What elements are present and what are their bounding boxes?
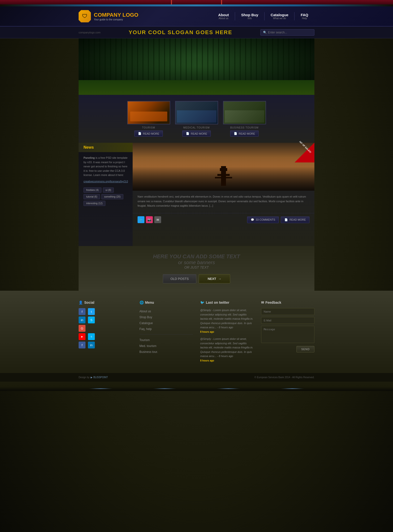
footer-feedback-title: ✉ Feedback	[261, 301, 315, 304]
sidebar-content: Paneling is a free PSD site template by …	[79, 152, 133, 210]
footer-feedback-col: ✉ Feedback SEND	[261, 301, 315, 366]
search-input[interactable]	[268, 31, 312, 34]
hero-wrap	[79, 38, 314, 95]
hero-forest	[79, 38, 314, 95]
post-text: Nam vestibulum hendrerit orci, sed phare…	[138, 194, 309, 208]
footer-google-icon[interactable]: G	[79, 325, 85, 332]
nav-about[interactable]: About About us	[212, 11, 235, 22]
thumb-label-tourism: TOURISM	[127, 126, 170, 129]
feedback-name-input[interactable]	[261, 308, 315, 315]
next-button[interactable]: NEXT →	[199, 274, 230, 283]
footer-bottom-inner: Design by ▶ BLISSPOINT © European Servic…	[79, 376, 314, 379]
email-share-icon[interactable]: ✉	[154, 216, 161, 223]
sidebar: News Paneling is a free PSD site templat…	[79, 143, 133, 246]
comments-button[interactable]: 💬 33 COMMENTS	[247, 216, 279, 223]
tweet-2: @Simply - Lorem ipsum dolor sit amet, co…	[200, 337, 254, 362]
bottom-bar-glow-4	[280, 388, 305, 389]
read-more-icon-tourism: 📄	[138, 132, 141, 135]
read-more-icon-business: 📄	[234, 132, 237, 135]
nav-shopbuy[interactable]: Shop Buy Info	[235, 11, 265, 22]
nav-faq[interactable]: FAQ Help	[295, 11, 314, 22]
tweet-1: @Simply - Lorem ipsum dolor sit amet, co…	[200, 308, 254, 333]
sidebar-tags: freebies (4) ui (8) tutorial (6) somethi…	[84, 187, 128, 206]
post-content: Nam vestibulum hendrerit orci, sed phare…	[133, 191, 314, 212]
footer-youtube-icon[interactable]: ▶	[79, 333, 85, 340]
footer-bottom: Design by ▶ BLISSPOINT © European Servic…	[0, 373, 393, 382]
footer-bottom-left: Design by ▶ BLISSPOINT	[79, 376, 108, 379]
footer-linkedin2-icon[interactable]: in	[88, 342, 95, 348]
tag-ui[interactable]: ui (8)	[103, 187, 114, 193]
thumb-business: BUSINESS TOURISM 📄 READ MORE	[223, 101, 266, 137]
top-bar-line	[171, 0, 172, 4]
feedback-message-input[interactable]	[261, 326, 315, 343]
feedback-email-input[interactable]	[261, 317, 315, 324]
globe-icon: 🌐	[140, 301, 144, 304]
top-bar	[0, 0, 393, 4]
pagination-area: HERE YOU CAN ADD SOME TEXT or some banne…	[79, 246, 314, 291]
footer-skype2-icon[interactable]: S	[88, 333, 95, 340]
footer-menu-col: 🌐 Menu About us Shop Buy Catalogue Faq, …	[140, 301, 193, 366]
tag-freebies[interactable]: freebies (4)	[84, 187, 101, 193]
tag-tutorial[interactable]: tutorial (6)	[84, 194, 100, 199]
old-posts-button[interactable]: OLD POSTS	[163, 274, 196, 283]
top-bar-line	[221, 0, 222, 4]
search-bar[interactable]: 🔍	[260, 29, 314, 36]
footer-facebook2-icon[interactable]: f	[79, 342, 85, 348]
sidebar-news-title: News	[79, 143, 133, 152]
read-more-business[interactable]: 📄 READ MORE	[230, 130, 259, 137]
menu-item-faq[interactable]: Faq, help	[140, 326, 193, 332]
thumb-tourism: TOURISM 📄 READ MORE	[127, 101, 170, 137]
menu-item-business-tour[interactable]: Business tour.	[140, 349, 193, 355]
footer-empty-icon	[88, 325, 95, 332]
footer-skype-icon[interactable]: S	[88, 316, 95, 323]
menu-item-about[interactable]: About us	[140, 308, 193, 314]
footer-menu-title: 🌐 Menu	[140, 301, 193, 304]
footer: 👤 Social f t in S G ▶ S f in 🌐 Menu	[0, 291, 393, 387]
blue-glow-strip	[0, 4, 393, 6]
read-more-medical[interactable]: 📄 READ MORE	[182, 130, 211, 137]
add-text-section: HERE YOU CAN ADD SOME TEXT or some banne…	[84, 253, 309, 269]
tweet-2-text: @Simply - Lorem ipsum dolor sit amet, co…	[200, 337, 254, 359]
post-hero-img-inner	[133, 143, 314, 191]
email-icon: ✉	[261, 301, 264, 304]
tweet-2-time: 8 hours ago	[200, 359, 254, 362]
footer-inner: 👤 Social f t in S G ▶ S f in 🌐 Menu	[79, 301, 314, 366]
thumbnails-section: TOURISM 📄 READ MORE MEDICAL TOURISM 📄 RE…	[79, 95, 314, 143]
footer-social-title: 👤 Social	[79, 301, 132, 304]
read-more-post-icon: 📄	[284, 218, 288, 221]
sidebar-cc-link[interactable]: creativecommons.org/licenses/by/3.0	[84, 180, 128, 183]
nav-catalogue[interactable]: Catalogue What we do	[265, 11, 295, 22]
nav-area: About About us Shop Buy Info Catalogue W…	[212, 11, 314, 22]
person-icon: 👤	[79, 301, 83, 304]
instagram-share-icon[interactable]: 📷	[146, 216, 153, 223]
menu-item-tourism[interactable]: Tourism	[140, 337, 193, 343]
thumb-img-tourism	[127, 101, 170, 124]
add-text-h2: or some banners	[84, 260, 309, 265]
thumb-row: TOURISM 📄 READ MORE MEDICAL TOURISM 📄 RE…	[79, 95, 314, 143]
add-text-h3: OR JUST TEXT	[84, 265, 309, 269]
feedback-send-button[interactable]: SEND	[296, 346, 314, 352]
hero-ground	[79, 80, 314, 95]
tag-something[interactable]: something (20)	[101, 194, 123, 199]
footer-twitter-icon[interactable]: t	[88, 308, 95, 315]
thumb-medical: MEDICAL TOURISM 📄 READ MORE	[175, 101, 218, 137]
subheader-slogan: YOUR COOL SLOGAN GOES HERE	[129, 29, 232, 36]
footer-facebook-icon[interactable]: f	[79, 308, 85, 315]
nav-sub-about: About us	[218, 17, 229, 20]
post-read-more-button[interactable]: 📄 READ MORE	[281, 216, 309, 223]
logo-main: COMPANY LOGO	[94, 12, 138, 18]
read-more-tourism[interactable]: 📄 READ MORE	[134, 130, 163, 137]
post-footer: 🐦 📷 ✉ 💬 33 COMMENTS 📄 READ MORE	[133, 213, 314, 226]
nav-sub-faq: Help	[301, 17, 308, 20]
menu-item-shopbuy[interactable]: Shop Buy	[140, 314, 193, 320]
tag-interesting[interactable]: interesting (12)	[84, 201, 105, 206]
footer-linkedin-icon[interactable]: in	[79, 316, 85, 323]
social-icons: 🐦 📷 ✉	[138, 216, 161, 223]
header: 🛡 COMPANY LOGO Your guide to the company…	[0, 6, 393, 27]
twitter-share-icon[interactable]: 🐦	[138, 216, 144, 223]
add-text-h1: HERE YOU CAN ADD SOME TEXT	[84, 253, 309, 260]
footer-twitter-col: 🐦 Last on twitter @Simply - Lorem ipsum …	[200, 301, 254, 366]
menu-item-catalogue[interactable]: Catalogue	[140, 320, 193, 326]
sidebar-description: Paneling is a free PSD site template by …	[84, 156, 128, 177]
menu-item-med-tourism[interactable]: Med. tourism	[140, 343, 193, 349]
